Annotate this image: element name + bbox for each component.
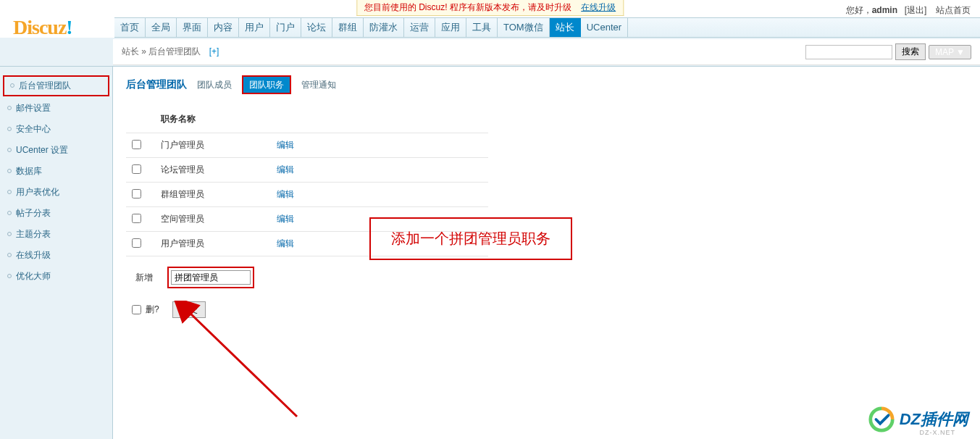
- map-button[interactable]: MAP ▼: [929, 45, 971, 59]
- nav-item-11[interactable]: 工具: [466, 18, 498, 37]
- table-row: 群组管理员编辑: [126, 183, 488, 207]
- edit-link[interactable]: 编辑: [277, 189, 294, 199]
- row-checkbox[interactable]: [132, 238, 141, 248]
- main-nav: 首页全局界面内容用户门户论坛群组防灌水运营应用工具TOM微信站长UCenter: [114, 17, 980, 38]
- row-checkbox[interactable]: [132, 189, 141, 198]
- logout-link[interactable]: [退出]: [905, 5, 927, 15]
- search-button[interactable]: 搜索: [895, 43, 926, 60]
- upgrade-link[interactable]: 在线升级: [581, 2, 616, 12]
- role-name: 空间管理员: [155, 207, 271, 232]
- site-home-link[interactable]: 站点首页: [936, 5, 971, 15]
- table-row: 门户管理员编辑: [126, 133, 488, 158]
- watermark-icon: [868, 406, 895, 433]
- edit-link[interactable]: 编辑: [277, 164, 294, 175]
- table-header: 职务名称: [155, 106, 271, 133]
- sidebar-item-9[interactable]: 优化大师: [0, 266, 112, 287]
- sidebar-item-6[interactable]: 帖子分表: [0, 203, 112, 224]
- submit-button[interactable]: 提交: [172, 301, 206, 318]
- nav-item-8[interactable]: 防灌水: [364, 18, 404, 37]
- nav-item-13[interactable]: 站长: [550, 18, 581, 37]
- edit-link[interactable]: 编辑: [277, 214, 294, 224]
- submit-row: 删? 提交: [132, 301, 967, 318]
- delete-label: 删?: [146, 304, 159, 316]
- upgrade-notice: 您目前使用的 Discuz! 程序有新版本发布，请及时升级 在线升级: [356, 0, 624, 16]
- watermark: DZ插件网 DZ-X.NET: [868, 406, 968, 433]
- page-tabs: 后台管理团队 团队成员团队职务管理通知: [126, 78, 967, 91]
- search-input[interactable]: [805, 45, 892, 59]
- sidebar-item-0[interactable]: 后台管理团队: [3, 75, 109, 96]
- nav-item-1[interactable]: 全局: [146, 18, 177, 37]
- edit-link[interactable]: 编辑: [277, 140, 294, 150]
- nav-item-7[interactable]: 群组: [332, 18, 364, 37]
- tab-2[interactable]: 管理通知: [301, 80, 336, 90]
- tab-1[interactable]: 团队职务: [242, 75, 291, 94]
- nav-item-12[interactable]: TOM微信: [498, 18, 550, 37]
- sidebar-item-1[interactable]: 邮件设置: [0, 98, 112, 119]
- nav-item-10[interactable]: 应用: [435, 18, 466, 37]
- delete-all-checkbox[interactable]: [132, 305, 141, 314]
- breadcrumb-current: 后台管理团队: [148, 46, 201, 57]
- sidebar-item-8[interactable]: 在线升级: [0, 245, 112, 266]
- page-title: 后台管理团队: [126, 78, 187, 91]
- nav-item-9[interactable]: 运营: [404, 18, 435, 37]
- sidebar: 后台管理团队邮件设置安全中心UCenter 设置数据库用户表优化帖子分表主题分表…: [0, 67, 113, 439]
- sidebar-item-2[interactable]: 安全中心: [0, 119, 112, 140]
- edit-link[interactable]: 编辑: [277, 238, 294, 248]
- nav-item-6[interactable]: 论坛: [301, 18, 332, 37]
- nav-item-4[interactable]: 用户: [239, 18, 270, 37]
- user-bar: 您好，admin [退出] 站点首页: [846, 4, 973, 17]
- role-name: 用户管理员: [155, 232, 271, 256]
- sidebar-item-3[interactable]: UCenter 设置: [0, 140, 112, 161]
- row-checkbox[interactable]: [132, 214, 141, 223]
- new-row: 新增: [126, 267, 967, 288]
- nav-item-5[interactable]: 门户: [270, 18, 301, 37]
- sidebar-item-5[interactable]: 用户表优化: [0, 182, 112, 203]
- sidebar-item-4[interactable]: 数据库: [0, 161, 112, 182]
- role-name: 论坛管理员: [155, 158, 271, 183]
- sidebar-item-7[interactable]: 主题分表: [0, 224, 112, 245]
- row-checkbox[interactable]: [132, 164, 141, 174]
- username: admin: [872, 5, 897, 15]
- breadcrumb-root[interactable]: 站长: [122, 46, 139, 57]
- notice-text: 您目前使用的 Discuz! 程序有新版本发布，请及时升级: [364, 2, 571, 12]
- nav-item-14[interactable]: UCenter: [581, 18, 628, 37]
- role-name: 门户管理员: [155, 133, 271, 158]
- new-role-highlight: [167, 267, 254, 288]
- table-row: 论坛管理员编辑: [126, 158, 488, 183]
- annotation-callout: 添加一个拼团管理员职务: [369, 217, 572, 260]
- nav-item-3[interactable]: 内容: [208, 18, 239, 37]
- role-name: 群组管理员: [155, 183, 271, 207]
- breadcrumb: 站长 » 后台管理团队 [+]: [122, 46, 219, 58]
- breadcrumb-add[interactable]: [+]: [209, 46, 219, 57]
- search-bar: 搜索 MAP ▼: [805, 43, 971, 60]
- new-label: 新增: [126, 272, 159, 284]
- nav-item-2[interactable]: 界面: [177, 18, 208, 37]
- content-header: 站长 » 后台管理团队 [+] 搜索 MAP ▼: [113, 39, 980, 65]
- row-checkbox[interactable]: [132, 140, 141, 149]
- new-role-input[interactable]: [171, 270, 251, 285]
- tab-0[interactable]: 团队成员: [197, 80, 232, 90]
- nav-item-0[interactable]: 首页: [114, 18, 146, 37]
